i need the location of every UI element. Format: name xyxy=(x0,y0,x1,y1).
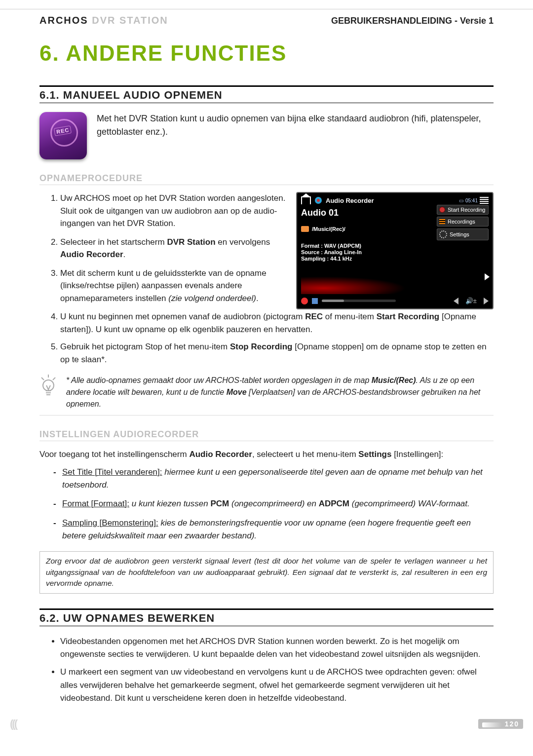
list-icon xyxy=(439,219,445,224)
step-1: Uw ARCHOS moet op het DVR Station worden… xyxy=(60,192,286,230)
bullet-2: U markeert een segment van uw videobesta… xyxy=(60,666,494,705)
record-button-icon[interactable] xyxy=(301,298,308,304)
speaker-icon xyxy=(485,273,490,280)
progress-bar[interactable] xyxy=(322,300,396,302)
page-number: 120 xyxy=(478,719,523,729)
lightbulb-icon xyxy=(39,375,57,400)
recordings-button[interactable]: Recordings xyxy=(437,217,489,227)
recorder-app-icon xyxy=(314,196,323,205)
recording-path: /Music/(Rec)/ xyxy=(312,226,345,232)
settings-button[interactable]: Settings xyxy=(437,228,489,240)
waveform-area xyxy=(301,265,489,294)
battery-icon: ▭ xyxy=(459,198,463,203)
prev-icon[interactable] xyxy=(454,298,458,304)
settings-intro: Voor toegang tot het instellingenscherm … xyxy=(39,448,494,461)
procedure-steps-top: Uw ARCHOS moet op het DVR Station worden… xyxy=(39,192,286,310)
svg-line-4 xyxy=(53,378,55,380)
section-6-1-heading: 6.1. MANUEEL AUDIO OPNEMEN xyxy=(39,89,494,102)
audio-recorder-screenshot: Audio Recorder ▭ 05:41 Start Recording R… xyxy=(296,192,494,309)
screenshot-title: Audio Recorder xyxy=(326,197,374,204)
section-6-2-heading: 6.2. UW OPNAMES BEWERKEN xyxy=(39,612,494,625)
record-app-icon xyxy=(39,112,87,159)
tip-text: * Alle audio-opnames gemaakt door uw ARC… xyxy=(66,375,494,410)
chapter-title: 6. ANDERE FUNCTIES xyxy=(39,41,494,66)
brand-main: ARCHOS xyxy=(39,15,88,26)
svg-point-1 xyxy=(317,199,320,202)
procedure-steps-bottom: U kunt nu beginnen met opnemen vanaf de … xyxy=(39,310,494,366)
setting-sampling: Sampling [Bemonstering]: kies de bemonst… xyxy=(53,517,494,543)
step-3: Met dit scherm kunt u de geluidssterkte … xyxy=(60,267,286,305)
menu-icon xyxy=(480,197,489,204)
step-5: Gebruik het pictogram Stop of het menu-i… xyxy=(60,340,494,366)
subheading-settings: INSTELLINGEN AUDIORECORDER xyxy=(39,429,494,440)
warning-note: Zorg ervoor dat de audiobron geen verste… xyxy=(39,551,494,593)
home-icon xyxy=(301,196,311,204)
start-recording-button[interactable]: Start Recording xyxy=(437,205,489,215)
folder-icon xyxy=(301,226,309,232)
brand: ARCHOS DVR STATION xyxy=(39,15,168,26)
settings-list: Set Title [Titel veranderen]: hiermee ku… xyxy=(39,466,494,543)
step-2: Selecteer in het startscherm DVR Station… xyxy=(60,236,286,261)
setting-format: Format [Formaat]: u kunt kiezen tussen P… xyxy=(53,497,494,510)
section-6-2-bullets: Videobestanden opgenomen met het ARCHOS … xyxy=(39,635,494,705)
manual-title: GEBRUIKERSHANDLEIDING - Versie 1 xyxy=(331,16,494,26)
volume-icon[interactable]: 🔊± xyxy=(465,297,477,304)
brand-sub: DVR STATION xyxy=(88,15,168,26)
stop-button-icon[interactable] xyxy=(312,298,318,304)
section-6-1-intro: Met het DVR Station kunt u audio opnemen… xyxy=(97,112,494,139)
record-dot-icon xyxy=(439,207,445,213)
svg-line-3 xyxy=(41,378,44,380)
bullet-1: Videobestanden opgenomen met het ARCHOS … xyxy=(60,635,494,661)
page-header: ARCHOS DVR STATION GEBRUIKERSHANDLEIDING… xyxy=(39,15,494,26)
gear-icon xyxy=(439,230,447,238)
subheading-procedure: OPNAMEPROCEDURE xyxy=(39,173,494,184)
setting-set-title: Set Title [Titel veranderen]: hiermee ku… xyxy=(53,466,494,492)
screenshot-time: 05:41 xyxy=(465,198,478,203)
step-4: U kunt nu beginnen met opnemen vanaf de … xyxy=(60,310,494,336)
recording-meta: Format : WAV (ADPCM) Source : Analog Lin… xyxy=(301,243,489,262)
footer-decoration-left: ((( xyxy=(10,718,16,730)
next-icon[interactable] xyxy=(484,298,489,304)
